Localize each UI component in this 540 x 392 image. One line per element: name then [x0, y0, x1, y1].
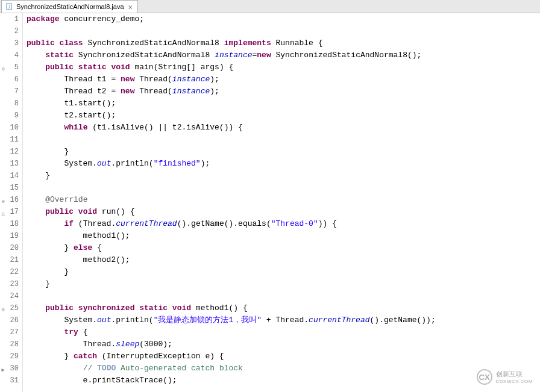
watermark-text2: CDXWCX.COM: [496, 379, 533, 384]
gutter-marker-icon: ⊖: [0, 304, 5, 310]
code-line[interactable]: public class SynchronizedStaticAndNormal…: [27, 37, 540, 49]
code-line[interactable]: t1.start();: [27, 98, 540, 110]
line-number: 29: [0, 350, 19, 362]
line-number: 18: [0, 218, 19, 230]
code-line[interactable]: public void run() {: [27, 206, 540, 218]
code-line[interactable]: System.out.println("finished");: [27, 158, 540, 170]
code-line[interactable]: public static void main(String[] args) {: [27, 61, 540, 73]
code-line[interactable]: Thread t2 = new Thread(instance);: [27, 86, 540, 98]
tab-bar: J SynchronizedStaticAndNormal8.java ⨯: [0, 0, 540, 13]
java-file-icon: J: [5, 2, 14, 11]
line-number: 7: [0, 86, 19, 98]
code-line[interactable]: }: [27, 266, 540, 278]
line-number: 31: [0, 375, 19, 387]
line-number: 4: [0, 49, 19, 61]
code-line[interactable]: package concurrency_demo;: [27, 13, 540, 25]
code-line[interactable]: Thread t1 = new Thread(instance);: [27, 73, 540, 86]
close-icon[interactable]: ⨯: [127, 3, 134, 10]
code-line[interactable]: }: [27, 278, 540, 290]
code-line[interactable]: }: [27, 170, 540, 182]
line-number: 21: [0, 254, 19, 266]
code-line[interactable]: } catch (InterruptedException e) {: [27, 350, 540, 362]
line-number: 25⊖: [0, 302, 19, 314]
line-number: 23: [0, 278, 19, 290]
code-line[interactable]: e.printStackTrace();: [27, 375, 540, 387]
code-line[interactable]: Thread.sleep(3000);: [27, 338, 540, 350]
line-number: 24: [0, 290, 19, 302]
code-line[interactable]: [27, 25, 540, 37]
editor-tab[interactable]: J SynchronizedStaticAndNormal8.java ⨯: [1, 0, 138, 13]
code-line[interactable]: [27, 134, 540, 146]
line-number: 27: [0, 326, 19, 338]
code-line[interactable]: while (t1.isAlive() || t2.isAlive()) {: [27, 122, 540, 134]
gutter-marker-icon: ⊖: [0, 63, 5, 69]
line-number-gutter: 12345⊖678910111213141516⊖17△181920212223…: [0, 13, 23, 392]
line-number: 15: [0, 182, 19, 194]
watermark: CX 创新互联 CDXWCX.COM: [477, 369, 533, 385]
line-number: 17△: [0, 206, 19, 218]
tab-filename: SynchronizedStaticAndNormal8.java: [16, 3, 124, 10]
watermark-text1: 创新互联: [496, 370, 533, 379]
line-number: 16⊖: [0, 194, 19, 206]
code-line[interactable]: } else {: [27, 242, 540, 254]
code-line[interactable]: method2();: [27, 254, 540, 266]
line-number: 28: [0, 338, 19, 350]
code-line[interactable]: try {: [27, 326, 540, 338]
line-number: 8: [0, 98, 19, 110]
line-number: 12: [0, 146, 19, 158]
line-number: 14: [0, 170, 19, 182]
code-line[interactable]: [27, 182, 540, 194]
line-number: 5⊖: [0, 61, 19, 73]
code-editor[interactable]: 12345⊖678910111213141516⊖17△181920212223…: [0, 13, 540, 392]
code-line[interactable]: if (Thread.currentThread().getName().equ…: [27, 218, 540, 230]
gutter-marker-icon: △: [0, 208, 5, 214]
line-number: 10: [0, 122, 19, 134]
line-number: 6: [0, 73, 19, 86]
code-line[interactable]: [27, 290, 540, 302]
gutter-marker-icon: ▶: [0, 364, 5, 370]
code-line[interactable]: System.out.println("我是静态加锁的方法1，我叫" + Thr…: [27, 314, 540, 326]
code-line[interactable]: @Override: [27, 194, 540, 206]
code-line[interactable]: static SynchronizedStaticAndNormal8 inst…: [27, 49, 540, 61]
line-number: 1: [0, 13, 19, 25]
code-line[interactable]: method1();: [27, 230, 540, 242]
line-number: 19: [0, 230, 19, 242]
code-line[interactable]: t2.start();: [27, 110, 540, 122]
line-number: 26: [0, 314, 19, 326]
line-number: 3: [0, 37, 19, 49]
line-number: 11: [0, 134, 19, 146]
svg-text:J: J: [8, 5, 10, 9]
line-number: 2: [0, 25, 19, 37]
watermark-logo: CX: [477, 369, 492, 385]
code-line[interactable]: }: [27, 146, 540, 158]
code-line[interactable]: // TODO Auto-generated catch block: [27, 362, 540, 375]
code-line[interactable]: public synchronized static void method1(…: [27, 302, 540, 314]
line-number: 22: [0, 266, 19, 278]
gutter-marker-icon: ⊖: [0, 196, 5, 202]
line-number: 20: [0, 242, 19, 254]
line-number: 30▶: [0, 362, 19, 375]
line-number: 9: [0, 110, 19, 122]
code-area[interactable]: package concurrency_demo;public class Sy…: [23, 13, 540, 392]
line-number: 13: [0, 158, 19, 170]
